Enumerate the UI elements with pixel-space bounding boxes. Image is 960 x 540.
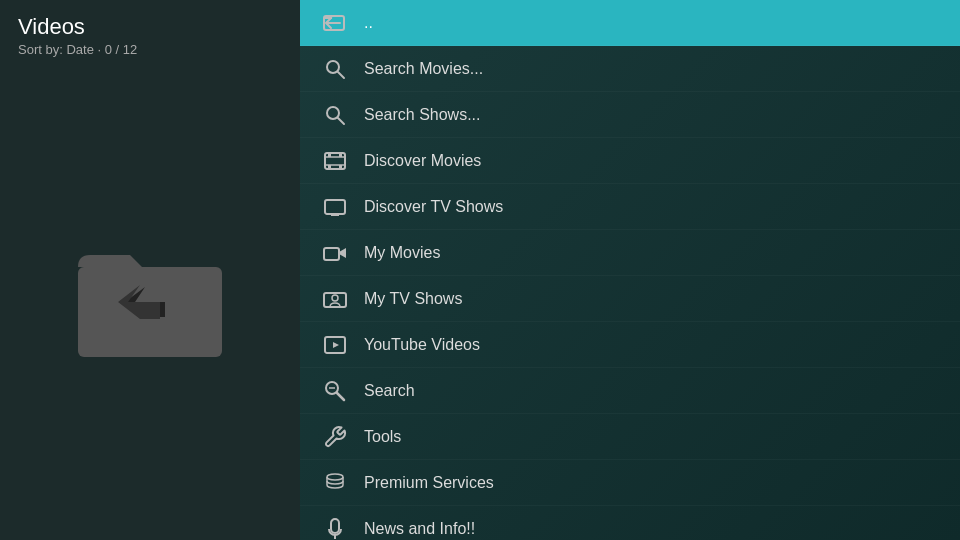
menu-item-discover-movies[interactable]: Discover Movies — [300, 138, 960, 184]
folder-icon-area — [0, 63, 300, 540]
menu-item-label: Discover Movies — [364, 152, 481, 170]
menu-item-label: Search Movies... — [364, 60, 483, 78]
film-icon — [320, 146, 350, 176]
svg-point-4 — [327, 61, 339, 73]
svg-line-24 — [337, 393, 344, 400]
header: Videos Sort by: Date · 0 / 12 — [0, 0, 300, 63]
right-panel: ..Search Movies...Search Shows...Discove… — [300, 0, 960, 540]
menu-item-label: My TV Shows — [364, 290, 462, 308]
menu-item-search[interactable]: Search — [300, 368, 960, 414]
menu-item-label: Search — [364, 382, 415, 400]
camera-icon — [320, 238, 350, 268]
svg-line-5 — [338, 72, 344, 78]
coins-icon — [320, 468, 350, 498]
menu-item-label: Discover TV Shows — [364, 198, 503, 216]
menu-item-tools[interactable]: Tools — [300, 414, 960, 460]
folder-back-icon — [70, 237, 230, 367]
svg-point-20 — [332, 295, 338, 301]
svg-rect-14 — [339, 165, 342, 169]
menu-item-label: Premium Services — [364, 474, 494, 492]
play-icon — [320, 330, 350, 360]
svg-rect-13 — [328, 165, 331, 169]
menu-item-youtube[interactable]: YouTube Videos — [300, 322, 960, 368]
search-tool-icon — [320, 376, 350, 406]
search-icon — [320, 100, 350, 130]
page-title: Videos — [18, 14, 282, 40]
svg-rect-17 — [324, 248, 339, 260]
menu-item-label: .. — [364, 14, 373, 32]
sort-info: Sort by: Date · 0 / 12 — [18, 42, 282, 57]
menu-item-label: Tools — [364, 428, 401, 446]
menu-item-label: News and Info!! — [364, 520, 475, 538]
svg-rect-15 — [325, 200, 345, 214]
tv-icon — [320, 192, 350, 222]
menu-item-discover-tv[interactable]: Discover TV Shows — [300, 184, 960, 230]
menu-item-premium[interactable]: Premium Services — [300, 460, 960, 506]
svg-point-6 — [327, 107, 339, 119]
menu-item-back[interactable]: .. — [300, 0, 960, 46]
menu-item-my-movies[interactable]: My Movies — [300, 230, 960, 276]
menu-item-label: YouTube Videos — [364, 336, 480, 354]
svg-marker-18 — [339, 248, 346, 258]
svg-rect-11 — [328, 153, 331, 157]
svg-marker-22 — [333, 342, 339, 348]
svg-rect-12 — [339, 153, 342, 157]
mic-icon — [320, 514, 350, 541]
back-icon — [320, 8, 350, 38]
menu-item-news[interactable]: News and Info!! — [300, 506, 960, 540]
wrench-icon — [320, 422, 350, 452]
menu-item-label: Search Shows... — [364, 106, 481, 124]
tv-person-icon — [320, 284, 350, 314]
menu-item-my-tv[interactable]: My TV Shows — [300, 276, 960, 322]
svg-line-7 — [338, 118, 344, 124]
search-icon — [320, 54, 350, 84]
menu-item-label: My Movies — [364, 244, 440, 262]
svg-point-26 — [327, 474, 343, 480]
menu-item-search-movies[interactable]: Search Movies... — [300, 46, 960, 92]
menu-item-search-shows[interactable]: Search Shows... — [300, 92, 960, 138]
left-panel: Videos Sort by: Date · 0 / 12 — [0, 0, 300, 540]
